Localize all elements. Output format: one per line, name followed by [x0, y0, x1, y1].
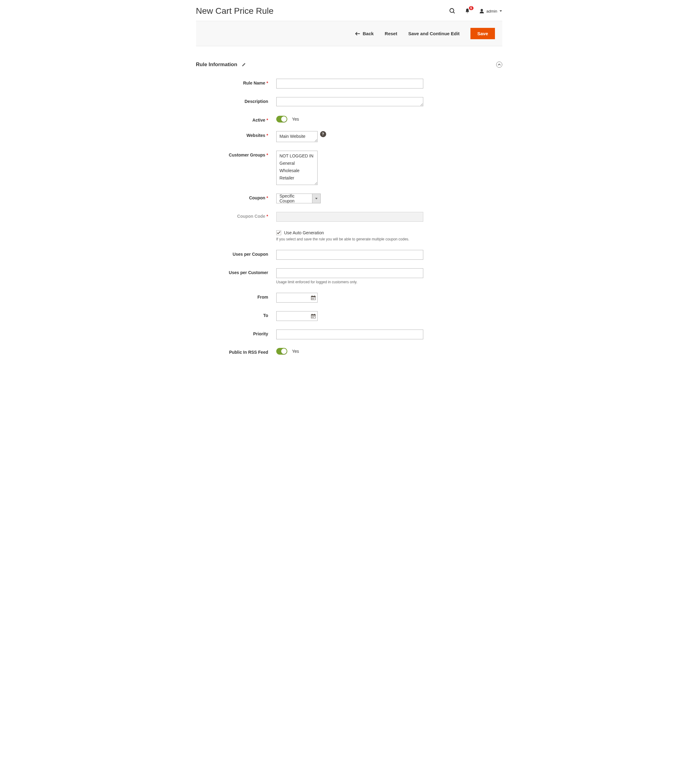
svg-rect-20: [312, 317, 313, 318]
customer-group-option[interactable]: Wholesale: [277, 167, 317, 174]
section-header[interactable]: Rule Information: [196, 59, 502, 70]
coupon-label: Coupon*: [196, 194, 276, 200]
svg-rect-19: [314, 316, 315, 317]
page-title: New Cart Price Rule: [196, 6, 274, 16]
svg-line-1: [453, 12, 455, 13]
user-label: admin: [486, 9, 497, 13]
chevron-down-icon: [315, 198, 318, 199]
svg-rect-15: [312, 314, 313, 315]
svg-rect-10: [314, 298, 315, 298]
save-button[interactable]: Save: [471, 28, 495, 39]
svg-point-2: [481, 9, 483, 12]
svg-rect-17: [312, 316, 313, 317]
search-button[interactable]: [449, 8, 456, 15]
customer-groups-label: Customer Groups*: [196, 151, 276, 157]
page-header: New Cart Price Rule 6 admin: [196, 4, 502, 21]
svg-rect-8: [312, 298, 313, 298]
svg-rect-21: [313, 317, 314, 318]
to-label: To: [196, 311, 276, 318]
active-state: Yes: [292, 117, 299, 122]
uses-per-coupon-input[interactable]: [276, 250, 423, 260]
coupon-selected: Specific Coupon: [276, 194, 313, 203]
chevron-up-icon: [498, 64, 501, 66]
description-input[interactable]: [276, 97, 423, 106]
user-icon: [479, 8, 484, 14]
chevron-down-icon: [499, 10, 502, 13]
description-label: Description: [196, 97, 276, 104]
public-rss-label: Public In RSS Feed: [196, 348, 276, 355]
to-date-picker[interactable]: [311, 314, 316, 318]
collapse-toggle[interactable]: [496, 61, 502, 68]
notifications-button[interactable]: 6: [464, 8, 471, 14]
website-option[interactable]: Main Website: [277, 133, 317, 140]
uses-per-customer-input[interactable]: [276, 268, 423, 278]
arrow-left-icon: [355, 32, 360, 36]
coupon-select-arrow[interactable]: [313, 194, 321, 203]
customer-group-option[interactable]: NOT LOGGED IN: [277, 152, 317, 160]
search-icon: [449, 8, 456, 15]
notifications-badge: 6: [469, 6, 474, 10]
svg-rect-9: [313, 298, 314, 298]
websites-help-icon[interactable]: ?: [320, 131, 326, 137]
auto-generation-label: Use Auto Generation: [284, 230, 324, 235]
uses-per-coupon-label: Uses per Coupon: [196, 250, 276, 257]
customer-group-option[interactable]: Retailer: [277, 174, 317, 181]
auto-generation-hint: If you select and save the rule you will…: [276, 237, 423, 241]
save-continue-button[interactable]: Save and Continue Edit: [408, 31, 460, 36]
user-menu[interactable]: admin: [479, 8, 502, 14]
rule-name-label: Rule Name*: [196, 79, 276, 86]
svg-rect-6: [312, 295, 313, 296]
coupon-select[interactable]: Specific Coupon: [276, 194, 321, 203]
rule-name-input[interactable]: [276, 79, 423, 89]
svg-rect-11: [312, 298, 313, 299]
svg-rect-7: [314, 295, 315, 296]
active-toggle[interactable]: [276, 116, 287, 122]
customer-groups-select[interactable]: NOT LOGGED IN General Wholesale Retailer: [276, 151, 318, 185]
svg-rect-12: [313, 298, 314, 299]
check-icon: [277, 231, 281, 234]
svg-rect-18: [313, 316, 314, 317]
calendar-icon: [311, 295, 316, 300]
back-button[interactable]: Back: [355, 31, 374, 36]
svg-rect-16: [314, 314, 315, 315]
uses-per-customer-hint: Usage limit enforced for logged in custo…: [276, 280, 423, 284]
coupon-code-input: [276, 212, 423, 222]
auto-generation-checkbox[interactable]: [276, 230, 281, 235]
from-label: From: [196, 293, 276, 300]
public-rss-toggle[interactable]: [276, 348, 287, 355]
priority-label: Priority: [196, 329, 276, 336]
priority-input[interactable]: [276, 329, 423, 339]
action-bar: Back Reset Save and Continue Edit Save: [196, 21, 502, 46]
from-date-picker[interactable]: [311, 295, 316, 300]
svg-point-0: [450, 8, 454, 13]
calendar-icon: [311, 314, 316, 318]
customer-group-option[interactable]: General: [277, 160, 317, 167]
websites-label: Websites*: [196, 131, 276, 138]
uses-per-customer-label: Uses per Customer: [196, 268, 276, 275]
section-title: Rule Information: [196, 61, 237, 68]
reset-button[interactable]: Reset: [385, 31, 397, 36]
public-rss-state: Yes: [292, 349, 299, 354]
edit-icon[interactable]: [242, 63, 246, 67]
websites-select[interactable]: Main Website: [276, 131, 318, 142]
coupon-code-label: Coupon Code*: [196, 212, 276, 219]
active-label: Active*: [196, 116, 276, 122]
